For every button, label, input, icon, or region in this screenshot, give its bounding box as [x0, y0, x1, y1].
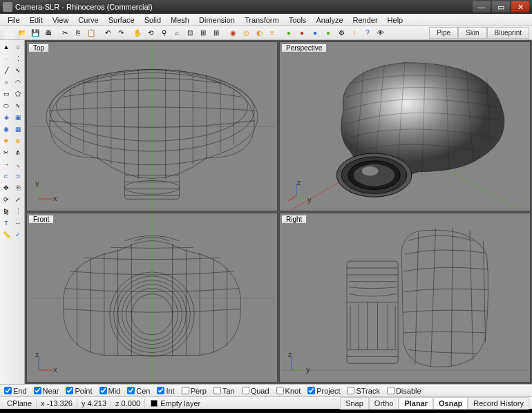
rectangle-icon[interactable]: ▭ [1, 88, 12, 99]
points-icon[interactable]: ⁚ [12, 53, 23, 64]
menu-render[interactable]: Render [348, 15, 383, 25]
cut-icon[interactable]: ✂ [59, 27, 71, 39]
toggle-record-history[interactable]: Record History [468, 397, 529, 410]
osnap-end[interactable]: End [4, 387, 27, 395]
tab-pipe[interactable]: Pipe [429, 27, 458, 39]
menu-transform[interactable]: Transform [240, 15, 284, 25]
save-icon[interactable]: 💾 [29, 27, 41, 39]
osnap-int[interactable]: Int [157, 387, 174, 395]
curve-icon[interactable]: ∿ [12, 100, 23, 111]
tab-skin[interactable]: Skin [458, 27, 486, 39]
properties-icon[interactable]: i [348, 27, 361, 39]
flamingo-icon[interactable]: ● [322, 27, 334, 39]
undo-icon[interactable]: ↶ [102, 27, 114, 39]
osnap-tan[interactable]: Tan [213, 387, 235, 395]
menu-tools[interactable]: Tools [284, 15, 312, 25]
osnap-disable[interactable]: Disable [387, 387, 421, 395]
toggle-snap[interactable]: Snap [340, 397, 369, 410]
split-icon[interactable]: ⋔ [12, 147, 23, 158]
viewport-top[interactable]: Top xy [26, 41, 278, 211]
four-view-icon[interactable]: ⊞ [210, 27, 222, 39]
menu-analyze[interactable]: Analyze [311, 15, 348, 25]
status-cplane[interactable]: CPlane [3, 399, 37, 407]
ellipse-icon[interactable]: ⬭ [1, 100, 12, 111]
lasso-icon[interactable]: ○ [12, 41, 23, 52]
status-layer[interactable]: Empty layer [145, 399, 206, 407]
pipe-icon[interactable]: ⊃ [12, 171, 23, 182]
rotate-icon[interactable]: ⟳ [1, 194, 12, 205]
named-view-icon[interactable]: ◐ [253, 27, 265, 39]
osnap-near[interactable]: Near [34, 387, 59, 395]
explode-icon[interactable]: ✸ [1, 135, 12, 146]
viewport-right[interactable]: Right yz [279, 213, 531, 383]
osnap-quad[interactable]: Quad [242, 387, 269, 395]
menu-curve[interactable]: Curve [73, 15, 103, 25]
set-cplane-icon[interactable]: ◉ [227, 27, 239, 39]
menu-surface[interactable]: Surface [104, 15, 140, 25]
circle-icon[interactable]: ○ [1, 77, 12, 88]
osnap-knot[interactable]: Knot [276, 387, 301, 395]
maximize-button[interactable]: ▭ [492, 1, 510, 12]
render-icon[interactable]: ● [296, 27, 308, 39]
menu-help[interactable]: Help [383, 15, 408, 25]
point-icon[interactable]: · [1, 53, 12, 64]
zoom-extents-icon[interactable]: ⊡ [184, 27, 196, 39]
menu-view[interactable]: View [48, 15, 74, 25]
hide-icon[interactable]: 👁 [374, 27, 387, 39]
viewport-front-label[interactable]: Front [28, 215, 54, 224]
zoom-window-icon[interactable]: ⌕ [171, 27, 183, 39]
join-icon[interactable]: ⊕ [12, 135, 23, 146]
move-icon[interactable]: ✥ [1, 182, 12, 193]
osnap-point[interactable]: Point [66, 387, 92, 395]
osnap-cen[interactable]: Cen [127, 387, 150, 395]
arc-icon[interactable]: ◠ [12, 77, 23, 88]
menu-solid[interactable]: Solid [140, 15, 166, 25]
pan-icon[interactable]: ✋ [131, 27, 144, 39]
paste-icon[interactable]: 📋 [85, 27, 97, 39]
osnap-perp[interactable]: Perp [182, 387, 207, 395]
menu-dimension[interactable]: Dimension [194, 15, 240, 25]
menu-mesh[interactable]: Mesh [166, 15, 194, 25]
toggle-ortho[interactable]: Ortho [369, 397, 399, 410]
fillet-icon[interactable]: ◟ [12, 159, 23, 170]
rotate-view-icon[interactable]: ⟲ [144, 27, 157, 39]
viewport-perspective[interactable]: Perspective [279, 41, 531, 211]
pointer-icon[interactable]: ▲ [1, 41, 12, 52]
text-icon[interactable]: T [1, 218, 12, 229]
shade-icon[interactable]: ● [283, 27, 295, 39]
box-icon[interactable]: ▣ [12, 112, 23, 123]
toggle-osnap[interactable]: Osnap [433, 397, 468, 410]
menu-edit[interactable]: Edit [25, 15, 48, 25]
zoom-icon[interactable]: ⚲ [158, 27, 170, 39]
osnap-project[interactable]: Project [307, 387, 340, 395]
minimize-button[interactable]: — [473, 1, 491, 12]
mesh-icon[interactable]: ▦ [12, 124, 23, 135]
mirror-icon[interactable]: ⧎ [1, 206, 12, 217]
blend-icon[interactable]: ⊂ [1, 171, 12, 182]
scale-icon[interactable]: ⤢ [12, 194, 23, 205]
redo-icon[interactable]: ↷ [115, 27, 127, 39]
trim-icon[interactable]: ✂ [1, 147, 12, 158]
osnap-strack[interactable]: STrack [347, 387, 379, 395]
polygon-icon[interactable]: ⬠ [12, 88, 23, 99]
copy-icon[interactable]: ⎘ [72, 27, 84, 39]
viewport-perspective-label[interactable]: Perspective [281, 44, 327, 52]
copy-tool-icon[interactable]: ⎘ [12, 182, 23, 193]
render-preview-icon[interactable]: ● [309, 27, 321, 39]
surface-icon[interactable]: ◈ [1, 112, 12, 123]
line-icon[interactable]: ╱ [1, 65, 12, 76]
options-icon[interactable]: ⚙ [335, 27, 348, 39]
zoom-selected-icon[interactable]: ⊞ [197, 27, 209, 39]
toggle-planar[interactable]: Planar [399, 397, 433, 410]
menu-file[interactable]: File [3, 15, 25, 25]
extend-icon[interactable]: → [1, 159, 12, 170]
osnap-mid[interactable]: Mid [99, 387, 121, 395]
array-icon[interactable]: ⋮ [12, 206, 23, 217]
solid-icon[interactable]: ◉ [1, 124, 12, 135]
dimension-icon[interactable]: ↔ [12, 218, 23, 229]
measure-icon[interactable]: 📏 [1, 229, 12, 240]
layers-icon[interactable]: ≡ [266, 27, 278, 39]
tab-blueprint[interactable]: Blueprint [487, 27, 529, 39]
viewport-front[interactable]: Front xz [26, 213, 278, 383]
named-cplane-icon[interactable]: ◎ [240, 27, 252, 39]
